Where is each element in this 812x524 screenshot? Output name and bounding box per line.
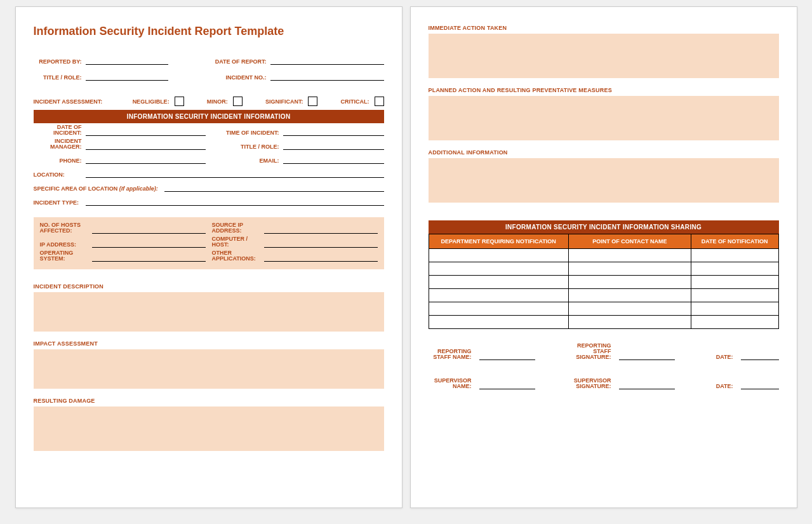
- field-computer[interactable]: [264, 239, 378, 248]
- label-location: LOCATION:: [34, 172, 84, 178]
- label-computer: COMPUTER / HOST:: [212, 236, 263, 248]
- label-planned-action: PLANNED ACTION AND RESULTING PREVENTATIV…: [429, 87, 779, 93]
- label-os: OPERATING SYSTEM:: [40, 250, 91, 262]
- label-email: EMAIL:: [212, 158, 282, 164]
- th-department: DEPARTMENT REQUIRING NOTIFICATION: [429, 234, 568, 249]
- label-phone: PHONE:: [34, 158, 84, 164]
- field-reported-by[interactable]: [86, 56, 168, 65]
- field-date-of-report[interactable]: [270, 56, 384, 65]
- textarea-planned-action[interactable]: [429, 96, 779, 140]
- field-os[interactable]: [92, 253, 206, 262]
- label-date-1: DATE:: [690, 354, 736, 360]
- sharing-table: DEPARTMENT REQUIRING NOTIFICATION POINT …: [429, 234, 779, 329]
- label-date-2: DATE:: [690, 384, 736, 389]
- field-staff-sig[interactable]: [619, 351, 675, 360]
- field-source-ip[interactable]: [264, 225, 378, 234]
- label-critical: CRITICAL:: [341, 98, 372, 105]
- info-fields: DATE OF INCIDENT: INCIDENT MANAGER: PHON…: [34, 124, 384, 166]
- field-other-apps[interactable]: [264, 253, 378, 262]
- field-date-2[interactable]: [741, 380, 779, 389]
- label-resulting-damage: RESULTING DAMAGE: [34, 398, 384, 404]
- label-reported-by: REPORTED BY:: [34, 58, 84, 65]
- label-title-role: TITLE / ROLE:: [34, 74, 84, 81]
- textarea-immediate-action[interactable]: [429, 34, 779, 78]
- label-staff-sig: REPORTING STAFF SIGNATURE:: [568, 343, 614, 360]
- field-incident-type[interactable]: [86, 197, 384, 206]
- assessment-row: INCIDENT ASSESSMENT: NEGLIGIBLE: MINOR: …: [34, 97, 384, 106]
- field-time-incident[interactable]: [283, 127, 384, 136]
- page-2: IMMEDIATE ACTION TAKEN PLANNED ACTION AN…: [410, 6, 797, 508]
- info-section-header: INFORMATION SECURITY INCIDENT INFORMATIO…: [34, 110, 384, 123]
- label-specific-area: SPECIFIC AREA OF LOCATION (If applicable…: [34, 186, 161, 192]
- label-incident-type: INCIDENT TYPE:: [34, 200, 84, 206]
- textarea-additional-info[interactable]: [429, 158, 779, 203]
- label-time-incident: TIME OF INCIDENT:: [212, 130, 282, 136]
- table-row: [429, 249, 778, 262]
- label-ip: IP ADDRESS:: [40, 242, 91, 248]
- label-minor: MINOR:: [207, 98, 230, 105]
- field-hosts[interactable]: [92, 225, 206, 234]
- label-date-incident: DATE OF INCIDENT:: [34, 124, 84, 136]
- field-staff-name[interactable]: [479, 351, 535, 360]
- label-title-role-2: TITLE / ROLE:: [212, 144, 282, 150]
- table-row: [429, 316, 778, 329]
- field-location[interactable]: [86, 169, 384, 178]
- label-significant: SIGNIFICANT:: [265, 98, 306, 105]
- th-date: DATE OF NOTIFICATION: [691, 234, 778, 249]
- document-title: Information Security Incident Report Tem…: [34, 25, 384, 38]
- sharing-tbody: [429, 249, 778, 329]
- label-source-ip: SOURCE IP ADDRESS:: [212, 222, 263, 234]
- textarea-resulting-damage[interactable]: [34, 406, 384, 451]
- label-date-of-report: DATE OF REPORT:: [212, 58, 269, 65]
- field-ip[interactable]: [92, 239, 206, 248]
- field-title-role-2[interactable]: [283, 141, 384, 150]
- label-impact-assessment: IMPACT ASSESSMENT: [34, 340, 384, 347]
- header-fields: REPORTED BY: TITLE / ROLE: DATE OF REPOR…: [34, 53, 384, 85]
- label-supervisor-sig: SUPERVISOR SIGNATURE:: [568, 378, 614, 389]
- field-specific-area[interactable]: [164, 183, 384, 192]
- checkbox-negligible[interactable]: [175, 97, 184, 106]
- label-immediate-action: IMMEDIATE ACTION TAKEN: [429, 25, 779, 31]
- signature-block: REPORTING STAFF NAME: REPORTING STAFF SI…: [429, 343, 779, 389]
- textarea-incident-description[interactable]: [34, 292, 384, 332]
- textarea-impact-assessment[interactable]: [34, 349, 384, 389]
- page-1: Information Security Incident Report Tem…: [15, 6, 403, 508]
- checkbox-significant[interactable]: [308, 97, 317, 106]
- table-row: [429, 262, 778, 276]
- table-row: [429, 302, 778, 316]
- label-assessment: INCIDENT ASSESSMENT:: [34, 98, 110, 105]
- label-incident-description: INCIDENT DESCRIPTION: [34, 283, 384, 290]
- field-phone[interactable]: [86, 155, 206, 164]
- field-date-1[interactable]: [741, 351, 779, 360]
- th-contact: POINT OF CONTACT NAME: [568, 234, 691, 249]
- checkbox-critical[interactable]: [375, 97, 384, 106]
- label-supervisor-name: SUPERVISOR NAME:: [429, 378, 474, 389]
- field-title-role[interactable]: [86, 72, 168, 81]
- field-supervisor-sig[interactable]: [619, 380, 675, 389]
- field-supervisor-name[interactable]: [479, 380, 535, 389]
- checkbox-minor[interactable]: [233, 97, 243, 106]
- technical-details-box: NO. OF HOSTS AFFECTED: IP ADDRESS: OPERA…: [34, 217, 384, 269]
- label-additional-info: ADDITIONAL INFORMATION: [429, 149, 779, 156]
- sharing-header: INFORMATION SECURITY INCIDENT INFORMATIO…: [429, 220, 779, 234]
- label-negligible: NEGLIGIBLE:: [133, 98, 172, 105]
- field-date-incident[interactable]: [86, 127, 206, 136]
- label-incident-manager: INCIDENT MANAGER:: [34, 138, 84, 150]
- label-staff-name: REPORTING STAFF NAME:: [429, 349, 474, 360]
- field-email[interactable]: [283, 155, 384, 164]
- label-hosts: NO. OF HOSTS AFFECTED:: [40, 222, 91, 234]
- label-incident-no: INCIDENT NO.:: [212, 74, 269, 81]
- table-row: [429, 289, 778, 302]
- label-other-apps: OTHER APPLICATIONS:: [212, 250, 263, 262]
- field-incident-no[interactable]: [270, 72, 384, 81]
- table-row: [429, 276, 778, 289]
- field-incident-manager[interactable]: [86, 141, 206, 150]
